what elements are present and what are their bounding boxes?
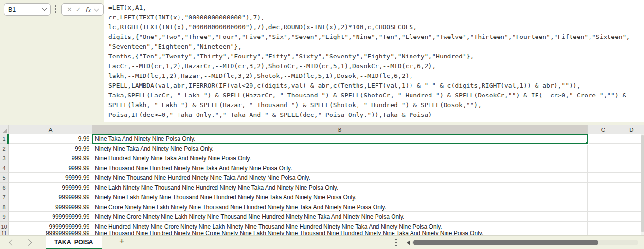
cell-c[interactable] xyxy=(588,144,619,153)
formula-bar-region: B1 ✕ ✓ fx =LET(x,A1, cr,LEFT(TEXT(INT(x)… xyxy=(0,0,644,125)
table-row: 7 9999999.99 Ninety Nine Lakh Ninety Nin… xyxy=(0,192,644,202)
cell-a[interactable]: 99999999999.99 xyxy=(9,231,92,235)
cell-b[interactable]: Ninety Nine Taka And Ninety Nine Poisa O… xyxy=(92,144,588,153)
table-row-partial: 11 99999999999.99 Nine Thousand Nine Hun… xyxy=(0,231,644,235)
spreadsheet-grid: A B C D 1 9.99 Nine Taka And Ninety Nine… xyxy=(0,125,644,235)
row-header[interactable]: 4 xyxy=(0,163,9,173)
cell-c[interactable] xyxy=(588,222,619,231)
sheet-tab-taka-poisa[interactable]: TAKA_POISA xyxy=(46,236,102,248)
fill-handle[interactable] xyxy=(586,142,589,145)
table-row: 8 99999999.99 Nine Crore Ninety Nine Lak… xyxy=(0,202,644,212)
tab-divider xyxy=(109,239,109,246)
select-all-button[interactable] xyxy=(0,125,9,134)
row-header[interactable]: 3 xyxy=(0,153,9,163)
table-row: 2 99.99 Ninety Nine Taka And Ninety Nine… xyxy=(0,144,644,153)
horizontal-scrollbar-track[interactable] xyxy=(412,240,638,245)
cell-a[interactable]: 999.99 xyxy=(9,153,92,163)
column-header-c[interactable]: C xyxy=(588,125,619,134)
formula-line: Poisa,IF(dec<=0," Taka Only."," Taka And… xyxy=(108,110,644,120)
row-header[interactable]: 5 xyxy=(0,173,9,183)
cell-b[interactable]: Nine Hundred Ninety Nine Taka And Ninety… xyxy=(92,153,588,163)
enter-icon[interactable]: ✓ xyxy=(76,6,81,13)
table-row: 10 9999999999.99 Nine Hundred Ninety Nin… xyxy=(0,222,644,231)
excel-window: B1 ✕ ✓ fx =LET(x,A1, cr,LEFT(TEXT(INT(x)… xyxy=(0,0,644,249)
formula-buttons-group: ✕ ✓ fx xyxy=(61,3,104,16)
cell-c[interactable] xyxy=(588,202,619,212)
formula-line: digits,{"One","Two","Three","Four","Five… xyxy=(108,32,644,42)
column-header-row: A B C D xyxy=(0,125,644,134)
previous-sheet-chevron-icon[interactable] xyxy=(9,239,15,246)
row-header[interactable]: 10 xyxy=(0,222,9,231)
insert-function-icon[interactable]: fx xyxy=(85,6,91,14)
table-row: 9 999999999.99 Ninety Nine Crore Ninety … xyxy=(0,212,644,222)
name-box[interactable]: B1 xyxy=(4,3,51,16)
formula-line: =LET(x,A1, xyxy=(108,3,644,13)
formula-line: lakh,--MID(lc,1,2),Hazar,--MID(lc,3,2),S… xyxy=(108,71,644,81)
cell-c[interactable] xyxy=(588,192,619,202)
cell-a[interactable]: 9.99 xyxy=(9,134,92,144)
cell-c[interactable] xyxy=(588,153,619,163)
selected-cell-outline[interactable] xyxy=(92,134,588,144)
formula-line: LacCr,--MID(cr,1,2),HazarCr,--MID(cr,3,2… xyxy=(108,61,644,71)
cell-b[interactable]: Nine Crore Ninety Nine Lakh Ninety Nine … xyxy=(92,202,588,212)
table-row: 6 999999.99 Nine Lakh Ninety Nine Thousa… xyxy=(0,183,644,192)
row-header[interactable]: 9 xyxy=(0,212,9,222)
selected-row-accent xyxy=(7,134,9,144)
cancel-icon[interactable]: ✕ xyxy=(67,6,72,13)
sheet-tab-label: TAKA_POISA xyxy=(54,239,93,246)
cell-a[interactable]: 9999999999.99 xyxy=(9,222,92,231)
cell-c[interactable] xyxy=(588,212,619,222)
table-row: 5 99999.99 Ninety Nine Thousand Nine Hun… xyxy=(0,173,644,183)
cell-c[interactable] xyxy=(588,134,619,144)
cell-a[interactable]: 9999999.99 xyxy=(9,192,92,202)
formula-line: lc,RIGHT(TEXT(INT(x),"00000000000000"),7… xyxy=(108,22,644,32)
formula-line: SPELL,LAMBDA(val,abr,IFERROR(IF(val<20,c… xyxy=(108,81,644,91)
formula-line: SPELL(lakh, " Lakh ") & SPELL(Hazar, " T… xyxy=(108,100,644,110)
column-header-d[interactable]: D xyxy=(619,125,644,134)
formula-line: cr,LEFT(TEXT(INT(x),"00000000000000"),7)… xyxy=(108,13,644,22)
table-row: 3 999.99 Nine Hundred Ninety Nine Taka A… xyxy=(0,153,644,163)
next-sheet-chevron-icon[interactable] xyxy=(25,239,32,246)
sheet-tab-bar: TAKA_POISA + xyxy=(0,235,644,249)
row-header[interactable]: 2 xyxy=(0,144,9,153)
row-header[interactable]: 7 xyxy=(0,192,9,202)
cell-b[interactable]: Ninety Nine Crore Ninety Nine Lakh Ninet… xyxy=(92,212,588,222)
row-header[interactable]: 11 xyxy=(0,231,9,235)
cell-c[interactable] xyxy=(588,183,619,192)
formula-line: "Seventeen","Eighteen","Nineteen"}, xyxy=(108,42,644,52)
column-header-a[interactable]: A xyxy=(9,125,92,134)
cell-a[interactable]: 99999.99 xyxy=(9,173,92,183)
row-header[interactable]: 6 xyxy=(0,183,9,192)
vertical-scrollbar[interactable] xyxy=(641,134,644,235)
table-row: 4 9999.99 Nine Thousand Nine Hundred Nin… xyxy=(0,163,644,173)
cell-a[interactable]: 99999999.99 xyxy=(9,202,92,212)
scroll-left-arrow-icon[interactable] xyxy=(407,240,410,245)
collapse-formula-bar-icon[interactable] xyxy=(94,7,99,12)
select-all-triangle-icon xyxy=(3,128,7,133)
formula-input[interactable]: =LET(x,A1, cr,LEFT(TEXT(INT(x),"00000000… xyxy=(104,0,644,122)
cell-b[interactable]: Nine Thousand Nine Hundred Ninety Nine C… xyxy=(92,231,588,235)
cell-c[interactable] xyxy=(588,163,619,173)
formula-line: Taka,SPELL(LacCr, " Lakh ") & SPELL(Haza… xyxy=(108,91,644,100)
column-header-b[interactable]: B xyxy=(92,125,588,134)
scrollbar-options-dots-icon[interactable] xyxy=(395,239,397,246)
cell-b[interactable]: Nine Hundred Ninety Nine Crore Ninety Ni… xyxy=(92,222,588,231)
cell-b[interactable]: Nine Lakh Ninety Nine Thousand Nine Hund… xyxy=(92,183,588,192)
cell-b[interactable]: Nine Thousand Nine Hundred Ninety Nine T… xyxy=(92,163,588,173)
cell-a[interactable]: 99.99 xyxy=(9,144,92,153)
cell-a[interactable]: 999999.99 xyxy=(9,183,92,192)
cell-a[interactable]: 999999999.99 xyxy=(9,212,92,222)
cell-b[interactable]: Ninety Nine Thousand Nine Hundred Ninety… xyxy=(92,173,588,183)
formula-line: Tenths,{"Ten","Twenty","Thirty","Fourty"… xyxy=(108,52,644,61)
cell-c[interactable] xyxy=(588,231,619,235)
rows-container: 1 9.99 Nine Taka And Ninety Nine Poisa O… xyxy=(0,134,644,231)
chevron-down-icon[interactable] xyxy=(42,6,47,11)
vertical-scrollbar-thumb[interactable] xyxy=(641,135,644,232)
cell-c[interactable] xyxy=(588,173,619,183)
row-header[interactable]: 8 xyxy=(0,202,9,212)
cell-b[interactable]: Ninety Nine Lakh Ninety Nine Thousand Ni… xyxy=(92,192,588,202)
horizontal-scrollbar-thumb[interactable] xyxy=(413,240,598,245)
add-sheet-button[interactable]: + xyxy=(119,236,125,247)
cell-a[interactable]: 9999.99 xyxy=(9,163,92,173)
formula-bar-options-dots-icon[interactable] xyxy=(55,5,57,13)
